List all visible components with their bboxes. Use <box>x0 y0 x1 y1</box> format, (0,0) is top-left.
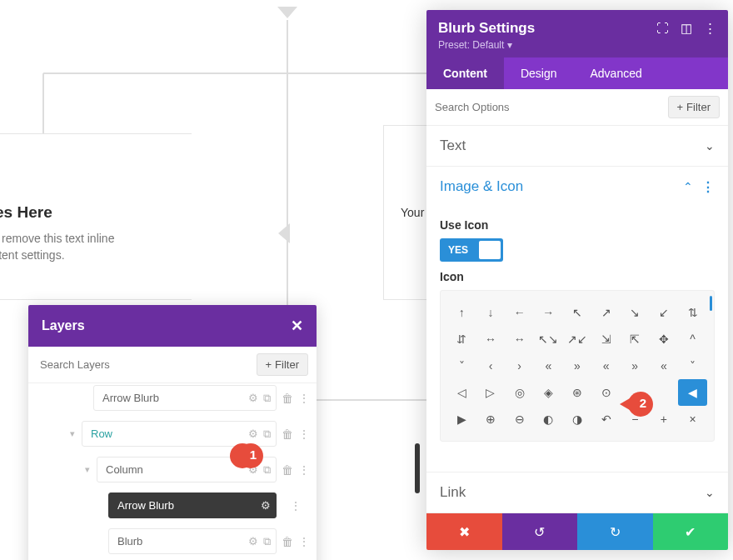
icon-option[interactable]: ↙ <box>650 299 679 326</box>
layer-item-arrow-blurb[interactable]: Arrow Blurb ⚙⧉ <box>93 385 277 411</box>
icon-option[interactable]: ◑ <box>563 406 592 432</box>
icon-option[interactable]: ˅ <box>678 352 707 379</box>
scrollbar[interactable] <box>415 443 420 493</box>
trash-icon[interactable]: 🗑 <box>282 463 293 477</box>
gear-icon[interactable]: ⚙ <box>248 535 258 548</box>
icon-option[interactable]: ⊙ <box>591 379 621 406</box>
icon-option[interactable]: ▷ <box>476 379 506 406</box>
layer-row: Arrow Blurb ⚙⧉ 🗑⋮ <box>28 383 317 416</box>
icon-option[interactable]: « <box>534 352 563 379</box>
icon-option[interactable]: ↘ <box>621 299 650 326</box>
plus-icon: + <box>266 358 272 371</box>
icon-option[interactable]: ⇅ <box>678 299 707 326</box>
section-link[interactable]: Link ⌄ <box>426 472 728 513</box>
icon-option[interactable]: » <box>563 352 592 379</box>
scrollbar[interactable] <box>710 296 712 311</box>
dots-icon[interactable]: ⋮ <box>298 535 310 548</box>
duplicate-icon[interactable]: ⧉ <box>263 535 271 548</box>
blurb-title: r Title Goes Here <box>0 203 175 222</box>
icon-option[interactable]: ◎ <box>505 379 534 406</box>
icon-option[interactable]: ⊖ <box>505 406 534 432</box>
layers-search-row: + Filter <box>28 347 317 383</box>
settings-tabs: Content Design Advanced <box>426 58 728 89</box>
icon-option[interactable]: ↖↘ <box>534 326 563 352</box>
icon-option[interactable]: + <box>650 406 679 432</box>
panel-icon[interactable]: ◫ <box>681 21 692 36</box>
section-image-icon[interactable]: Image & Icon ⌃ ⋮ <box>426 167 728 207</box>
dots-icon[interactable]: ⋮ <box>298 463 310 477</box>
section-text[interactable]: Text ⌄ <box>426 126 728 167</box>
arrow-left-icon <box>278 223 290 243</box>
dots-icon[interactable]: ⋮ <box>298 428 310 441</box>
icon-option[interactable]: ˅ <box>447 352 476 379</box>
layer-item-arrow-blurb-active[interactable]: Arrow Blurb ⚙ <box>108 492 277 518</box>
icon-option[interactable]: ⊛ <box>563 379 592 406</box>
icon-option[interactable]: » <box>621 352 650 379</box>
icon-option[interactable]: ‹ <box>476 352 506 379</box>
icon-option[interactable]: ↶ <box>591 406 621 432</box>
icon-option[interactable]: ⇲ <box>591 326 621 352</box>
undo-button[interactable]: ↺ <box>502 513 578 550</box>
icon-option[interactable]: ↔ <box>476 326 506 352</box>
confirm-button[interactable]: ✔ <box>653 513 729 550</box>
preset-label[interactable]: Preset: Default ▾ <box>438 39 716 51</box>
tab-design[interactable]: Design <box>504 58 574 89</box>
icon-option[interactable]: ▶ <box>447 406 476 432</box>
icon-option[interactable] <box>650 379 679 406</box>
chevron-down-icon: ⌄ <box>705 486 715 499</box>
icon-option[interactable]: ↔ <box>505 326 534 352</box>
blurb-body: s here. Edit or remove this text inline … <box>0 230 175 264</box>
icon-option[interactable]: ^ <box>678 326 707 352</box>
trash-icon[interactable]: 🗑 <box>282 535 293 548</box>
trash-icon[interactable]: 🗑 <box>282 428 293 441</box>
trash-icon[interactable]: 🗑 <box>282 392 293 405</box>
icon-option[interactable]: ↖ <box>563 299 592 326</box>
icon-option[interactable]: ✥ <box>650 326 679 352</box>
dots-icon[interactable]: ⋮ <box>290 499 302 512</box>
icon-option[interactable]: → <box>534 299 563 326</box>
dots-icon[interactable]: ⋮ <box>701 179 715 195</box>
callout-1: 1 <box>230 443 263 468</box>
icon-option[interactable]: ◐ <box>534 406 563 432</box>
icon-label: Icon <box>440 270 715 283</box>
gear-icon[interactable]: ⚙ <box>248 428 258 441</box>
icon-option[interactable]: « <box>591 352 621 379</box>
icon-option[interactable]: ◈ <box>534 379 563 406</box>
icon-option[interactable]: × <box>678 406 707 432</box>
duplicate-icon[interactable]: ⧉ <box>263 392 271 405</box>
icon-option[interactable]: ⇱ <box>621 326 650 352</box>
icon-option[interactable]: ◁ <box>447 379 476 406</box>
icon-option[interactable]: ↓ <box>476 299 506 326</box>
icon-option[interactable]: ⇵ <box>447 326 476 352</box>
icon-option[interactable]: ↗↙ <box>563 326 592 352</box>
duplicate-icon[interactable]: ⧉ <box>263 428 271 441</box>
use-icon-toggle[interactable]: YES <box>440 238 503 262</box>
layer-row: ▾ Row ⚙⧉ 🗑⋮ <box>28 416 317 452</box>
tab-content[interactable]: Content <box>426 58 504 89</box>
icon-option[interactable]: « <box>650 352 679 379</box>
section-image-icon-body: Use Icon YES Icon ↑↓←→↖↗↘↙⇅⇵↔↔↖↘↗↙⇲⇱✥^˅‹… <box>426 207 728 472</box>
gear-icon[interactable]: ⚙ <box>261 499 271 512</box>
gear-icon[interactable]: ⚙ <box>248 392 258 405</box>
layers-filter-button[interactable]: + Filter <box>257 353 308 376</box>
icon-option[interactable]: ◀ <box>678 379 707 406</box>
fullscreen-icon[interactable]: ⛶ <box>656 21 669 36</box>
layer-item-blurb[interactable]: Blurb ⚙⧉ <box>108 528 277 554</box>
dots-icon[interactable]: ⋮ <box>704 21 716 36</box>
icon-option[interactable]: ↑ <box>447 299 476 326</box>
icon-option[interactable]: › <box>505 352 534 379</box>
chevron-down-icon[interactable]: ▾ <box>82 464 93 475</box>
cancel-button[interactable]: ✖ <box>426 513 502 550</box>
close-icon[interactable]: ✕ <box>291 317 303 335</box>
dots-icon[interactable]: ⋮ <box>298 392 310 405</box>
redo-button[interactable]: ↻ <box>577 513 653 550</box>
tab-advanced[interactable]: Advanced <box>573 58 658 89</box>
settings-filter-button[interactable]: + Filter <box>668 96 720 118</box>
icon-option[interactable]: ↗ <box>591 299 621 326</box>
icon-option[interactable]: ← <box>505 299 534 326</box>
duplicate-icon[interactable]: ⧉ <box>263 463 271 477</box>
settings-search-input[interactable] <box>435 101 668 113</box>
layers-search-input[interactable] <box>40 358 257 371</box>
chevron-down-icon[interactable]: ▾ <box>67 428 78 439</box>
icon-option[interactable]: ⊕ <box>476 406 506 432</box>
